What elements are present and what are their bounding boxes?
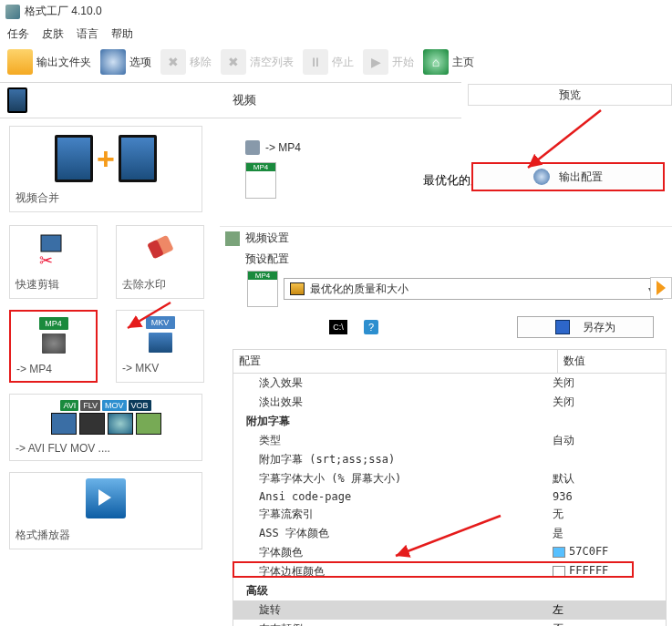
convert-mp4-title: -> MP4 <box>265 141 301 154</box>
mp4-doc-icon <box>247 271 278 307</box>
tile-to-mkv[interactable]: MKV -> MKV <box>116 310 204 383</box>
grid-value[interactable] <box>547 581 666 600</box>
tb-options[interactable]: 选项 <box>100 49 151 75</box>
tile-to-mp4[interactable]: MP4 -> MP4 <box>9 310 98 383</box>
tb-options-label: 选项 <box>129 55 151 70</box>
tile-avi-flv-mov[interactable]: AVI FLV MOV VOB -> AVI FLV MOV .... <box>9 394 202 461</box>
tb-clear-label: 清空列表 <box>250 55 294 70</box>
grid-value[interactable]: 936 <box>547 488 666 505</box>
grid-value[interactable]: 否 <box>547 620 666 626</box>
grid-value[interactable]: 是 <box>547 524 666 543</box>
grid-row-rotate[interactable]: 旋转左 <box>233 600 666 620</box>
preset-section-label: 预设配置 <box>220 250 672 271</box>
tb-remove[interactable]: ✖ 移除 <box>160 49 212 75</box>
grid-row[interactable]: 附加字幕 (srt;ass;ssa) <box>233 450 666 469</box>
remove-icon: ✖ <box>160 49 186 75</box>
stop-icon: ⏸ <box>303 49 328 75</box>
mkv-badge-icon: MKV <box>146 316 175 329</box>
grid-value[interactable]: 无 <box>547 505 666 524</box>
clear-icon: ✖ <box>221 49 246 75</box>
app-title: 格式工厂 4.10.0 <box>25 4 102 19</box>
grid-row[interactable]: 字体颜色57C0FF <box>233 543 666 562</box>
tb-remove-label: 移除 <box>190 55 212 70</box>
tile-avi-flv-mov-label: -> AVI FLV MOV .... <box>16 442 196 455</box>
grid-value[interactable]: 左 <box>547 600 666 620</box>
preset-selected-text: 最优化的质量和大小 <box>310 282 408 297</box>
grid-key: 字体颜色 <box>233 543 547 562</box>
grid-row[interactable]: 类型自动 <box>233 431 666 450</box>
menu-lang[interactable]: 语言 <box>77 26 98 42</box>
grid-col-key[interactable]: 配置 <box>233 350 558 373</box>
tb-clear[interactable]: ✖ 清空列表 <box>221 49 294 75</box>
grid-row[interactable]: 高级 <box>233 581 666 600</box>
grid-row[interactable]: 字幕流索引无 <box>233 505 666 524</box>
tb-home[interactable]: ⌂ 主页 <box>423 49 474 75</box>
output-config-button[interactable]: 输出配置 <box>471 162 665 191</box>
help-icon[interactable]: ? <box>364 320 378 334</box>
grid-value[interactable]: 57C0FF <box>547 543 666 562</box>
toolbar: 输出文件夹 选项 ✖ 移除 ✖ 清空列表 ⏸ 停止 ▶ 开始 ⌂ 主页 <box>0 46 672 82</box>
tab-preview[interactable]: 预览 <box>468 84 672 106</box>
sidebar: + 视频合并 ✂ 快速剪辑 去除水印 MP4 -> MP4 MKV <box>0 120 210 549</box>
tile-quick-cut-label: 快速剪辑 <box>16 277 59 292</box>
annotation-highlight-row <box>233 561 634 578</box>
grid-row[interactable]: ASS 字体颜色是 <box>233 524 666 543</box>
video-settings-title: 视频设置 <box>245 231 289 246</box>
convert-mp4-dialog: -> MP4 最优化的质量和大小 输出配置 <box>240 137 672 217</box>
grid-row[interactable]: 左右颠倒否 <box>233 620 666 626</box>
grid-row[interactable]: 淡出效果关闭 <box>233 393 666 412</box>
cmd-icon[interactable]: C:\ <box>329 320 347 334</box>
tab-video[interactable]: 视频 <box>0 82 461 118</box>
tb-output-folder-label: 输出文件夹 <box>36 55 91 70</box>
grid-value[interactable]: 关闭 <box>547 393 666 412</box>
save-icon <box>555 320 570 334</box>
grid-row[interactable]: Ansi code-page936 <box>233 488 666 505</box>
menu-task[interactable]: 任务 <box>7 26 29 42</box>
output-config-label: 输出配置 <box>559 169 603 185</box>
settings-grid: 配置 数值 淡入效果关闭淡出效果关闭附加字幕类型自动附加字幕 (srt;ass;… <box>233 349 667 626</box>
tile-video-merge[interactable]: + 视频合并 <box>9 126 202 212</box>
grid-value[interactable]: 关闭 <box>547 374 666 393</box>
preset-select[interactable]: 最优化的质量和大小 ▾ <box>284 278 663 300</box>
tab-video-label: 视频 <box>35 92 454 108</box>
player-icon <box>86 478 126 518</box>
tile-format-player[interactable]: 格式播放器 <box>9 472 202 549</box>
vob-badge: VOB <box>129 400 151 411</box>
grid-value[interactable]: 自动 <box>547 431 666 450</box>
tb-stop[interactable]: ⏸ 停止 <box>303 49 354 75</box>
grid-row[interactable]: 淡入效果关闭 <box>233 374 666 393</box>
tb-output-folder[interactable]: 输出文件夹 <box>7 49 91 75</box>
film-icon <box>7 87 27 113</box>
grid-key: 附加字幕 <box>233 412 547 431</box>
menu-help[interactable]: 帮助 <box>111 26 133 42</box>
play-icon: ▶ <box>363 49 388 75</box>
tile-remove-watermark[interactable]: 去除水印 <box>116 225 204 299</box>
grid-value[interactable] <box>547 450 666 469</box>
grid-key: 淡入效果 <box>233 374 547 393</box>
save-as-label: 另存为 <box>583 320 615 335</box>
tb-start-label: 开始 <box>392 55 414 70</box>
filmstrip-icon <box>290 282 305 295</box>
dialog-icon <box>225 231 240 246</box>
grid-key: 高级 <box>233 581 547 600</box>
grid-key: 旋转 <box>233 600 547 620</box>
grid-value[interactable]: 默认 <box>547 469 666 488</box>
grid-key: Ansi code-page <box>233 488 547 505</box>
save-as-button[interactable]: 另存为 <box>517 316 654 338</box>
grid-row[interactable]: 字幕字体大小 (% 屏幕大小)默认 <box>233 469 666 488</box>
gear-icon <box>533 169 550 185</box>
grid-row[interactable]: 附加字幕 <box>233 412 666 431</box>
grid-key: 字幕字体大小 (% 屏幕大小) <box>233 469 547 488</box>
menu-skin[interactable]: 皮肤 <box>42 26 64 42</box>
color-swatch <box>553 547 565 558</box>
grid-key: 淡出效果 <box>233 393 547 412</box>
tile-video-merge-label: 视频合并 <box>16 190 196 206</box>
app-icon <box>5 5 20 19</box>
menu-bar: 任务 皮肤 语言 帮助 <box>0 23 672 46</box>
next-arrow-button[interactable] <box>650 277 672 299</box>
mov-badge: MOV <box>102 400 127 411</box>
grid-col-val[interactable]: 数值 <box>558 350 666 373</box>
tile-quick-cut[interactable]: ✂ 快速剪辑 <box>9 225 98 299</box>
tb-start[interactable]: ▶ 开始 <box>363 49 414 75</box>
grid-value[interactable] <box>547 412 666 431</box>
